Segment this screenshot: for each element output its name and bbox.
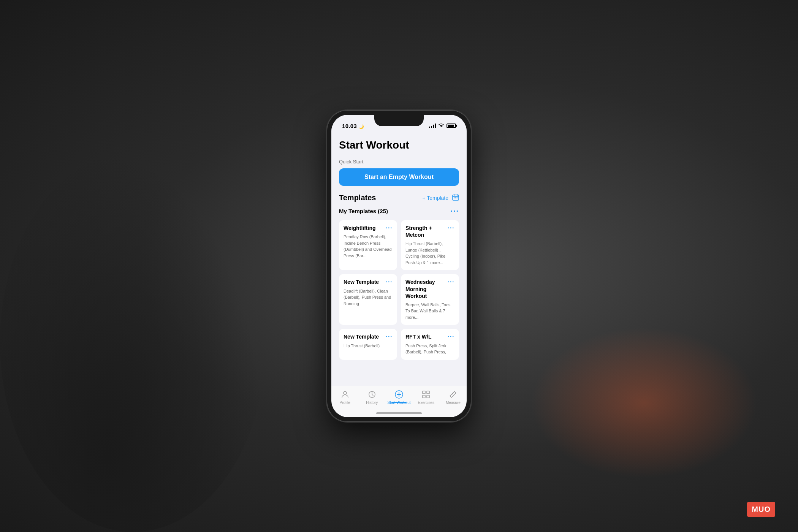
- tab-start-workout[interactable]: Start Workout: [385, 390, 412, 405]
- home-indicator: [376, 412, 422, 414]
- template-more-button[interactable]: ···: [386, 225, 393, 231]
- tab-measure-label: Measure: [446, 401, 461, 405]
- status-icons: [429, 123, 456, 129]
- tab-history-label: History: [366, 401, 378, 405]
- hand-background: [0, 152, 266, 532]
- tab-exercises[interactable]: Exercises: [413, 390, 440, 405]
- template-name: Weightlifting: [344, 225, 384, 231]
- templates-section-title: Templates: [339, 193, 376, 202]
- my-templates-label: My Templates (25): [339, 208, 388, 214]
- battery-icon: [446, 124, 456, 128]
- ruler-icon: [448, 390, 458, 399]
- signal-bars-icon: [429, 124, 436, 128]
- template-exercises: Push Press, Split Jerk (Barbell), Push P…: [405, 343, 454, 355]
- svg-rect-2: [455, 197, 456, 198]
- svg-point-4: [344, 391, 347, 394]
- template-card-wednesday-morning[interactable]: Wednesday Morning Workout ··· Burpee, Wa…: [401, 274, 459, 325]
- template-name: Strength + Metcon: [405, 225, 446, 238]
- tab-profile-label: Profile: [339, 401, 350, 405]
- notch: [374, 115, 424, 126]
- template-exercises: Hip Thrust (Barbell): [344, 343, 393, 349]
- template-card-strength-metcon[interactable]: Strength + Metcon ··· Hip Thrust (Barbel…: [401, 220, 459, 270]
- tab-history[interactable]: History: [358, 390, 385, 405]
- svg-rect-9: [423, 395, 425, 398]
- template-name: New Template: [344, 333, 384, 340]
- quick-start-label: Quick Start: [339, 159, 459, 165]
- wifi-icon: [438, 123, 444, 129]
- template-exercises: Deadlift (Barbell), Clean (Barbell), Pus…: [344, 288, 393, 307]
- templates-header: Templates + Template: [339, 193, 459, 202]
- templates-actions: + Template: [422, 194, 459, 202]
- add-template-button[interactable]: + Template: [422, 195, 448, 201]
- template-name: RFT x W/L: [405, 333, 446, 340]
- active-tab-indicator: [391, 402, 407, 403]
- template-more-button[interactable]: ···: [386, 333, 393, 340]
- template-more-button[interactable]: ···: [448, 279, 454, 285]
- plus-icon: [394, 390, 404, 399]
- svg-rect-8: [427, 391, 429, 394]
- template-more-button[interactable]: ···: [448, 225, 454, 231]
- tab-exercises-label: Exercises: [418, 401, 434, 405]
- svg-rect-3: [457, 197, 458, 198]
- status-time: 10.03 🌙: [342, 123, 364, 129]
- template-exercises: Pendlay Row (Barbell), Incline Bench Pre…: [344, 234, 393, 259]
- calendar-icon[interactable]: [452, 194, 459, 202]
- phone-device: 10.03 🌙: [327, 110, 471, 422]
- template-grid: Weightlifting ··· Pendlay Row (Barbell),…: [339, 220, 459, 360]
- my-templates-more-button[interactable]: ···: [450, 207, 459, 215]
- my-templates-header: My Templates (25) ···: [339, 207, 459, 215]
- template-card-weightlifting[interactable]: Weightlifting ··· Pendlay Row (Barbell),…: [339, 220, 397, 270]
- start-empty-workout-button[interactable]: Start an Empty Workout: [339, 168, 459, 186]
- phone-screen: 10.03 🌙: [331, 115, 467, 417]
- page-title: Start Workout: [339, 139, 459, 151]
- template-exercises: Burpee, Wall Balls, Toes To Bar, Wall Ba…: [405, 302, 454, 321]
- template-card-rft[interactable]: RFT x W/L ··· Push Press, Split Jerk (Ba…: [401, 329, 459, 359]
- grid-icon: [421, 390, 431, 399]
- template-name: Wednesday Morning Workout: [405, 279, 446, 299]
- tab-measure[interactable]: Measure: [440, 390, 467, 405]
- template-name: New Template: [344, 279, 384, 285]
- template-more-button[interactable]: ···: [386, 279, 393, 285]
- template-more-button[interactable]: ···: [448, 333, 454, 340]
- muo-watermark: MUO: [747, 502, 775, 517]
- screen-content: Start Workout Quick Start Start an Empty…: [331, 131, 467, 386]
- svg-rect-10: [427, 395, 429, 398]
- svg-rect-7: [423, 391, 425, 394]
- person-icon: [340, 390, 350, 399]
- svg-rect-1: [454, 197, 455, 198]
- tab-profile[interactable]: Profile: [331, 390, 358, 405]
- phone-wrapper: 10.03 🌙: [327, 110, 471, 422]
- template-card-new-template-1[interactable]: New Template ··· Deadlift (Barbell), Cle…: [339, 274, 397, 325]
- template-card-new-template-2[interactable]: New Template ··· Hip Thrust (Barbell): [339, 329, 397, 359]
- template-exercises: Hip Thrust (Barbell), Lunge (Kettlebell)…: [405, 241, 454, 266]
- clock-icon: [367, 390, 377, 399]
